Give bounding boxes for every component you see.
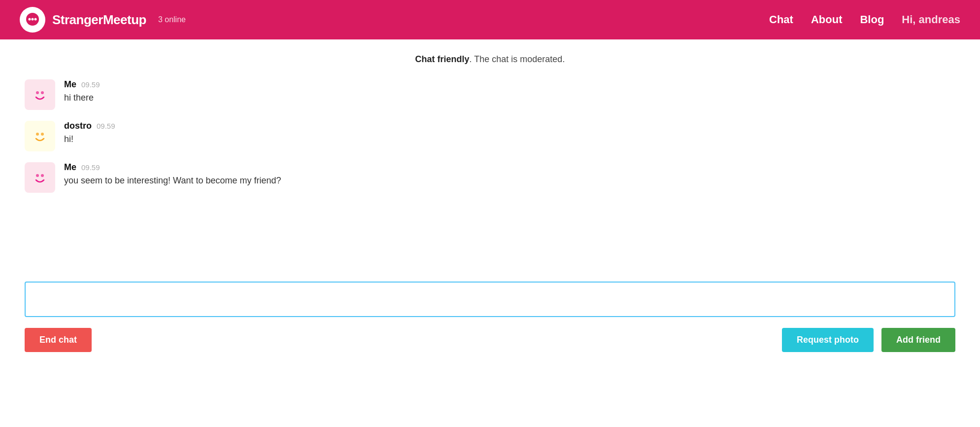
message-header: dostro 09.59 (64, 121, 115, 131)
svg-point-8 (36, 133, 39, 136)
message-text: hi there (64, 92, 100, 104)
nav-username: andreas (919, 13, 960, 26)
smiley-me-1-icon (30, 85, 50, 105)
button-row: End chat Request photo Add friend (25, 328, 955, 352)
main-nav: Chat About Blog Hi, andreas (769, 13, 960, 26)
message-header: Me 09.59 (64, 79, 100, 90)
svg-point-3 (34, 18, 37, 21)
chat-bubble-icon (25, 12, 40, 28)
request-photo-button[interactable]: Request photo (782, 328, 874, 352)
message-username: Me (64, 162, 76, 173)
svg-rect-10 (30, 168, 50, 187)
avatar (25, 121, 55, 151)
svg-point-9 (41, 133, 44, 136)
moderation-notice: Chat friendly. The chat is moderated. (25, 54, 955, 65)
add-friend-button[interactable]: Add friend (881, 328, 955, 352)
message-time: 09.59 (97, 122, 115, 130)
message-time: 09.59 (81, 80, 100, 89)
logo-text: StrangerMeetup (52, 12, 146, 28)
smiley-other-icon (30, 126, 50, 146)
nav-about[interactable]: About (811, 13, 843, 26)
moderation-bold: Chat friendly (415, 54, 470, 64)
svg-rect-4 (30, 85, 50, 105)
header: StrangerMeetup 3 online Chat About Blog … (0, 0, 980, 39)
end-chat-button[interactable]: End chat (25, 328, 92, 352)
message-content: Me 09.59 you seem to be interesting! Wan… (64, 162, 281, 187)
svg-point-12 (41, 174, 44, 177)
message-username: Me (64, 79, 76, 90)
nav-greeting: Hi, andreas (902, 13, 960, 26)
table-row: Me 09.59 you seem to be interesting! Wan… (25, 162, 955, 193)
message-time: 09.59 (81, 163, 100, 172)
svg-point-1 (29, 18, 31, 21)
logo-icon (20, 7, 45, 33)
logo-area: StrangerMeetup 3 online (20, 7, 769, 33)
table-row: Me 09.59 hi there (25, 79, 955, 110)
main-content: Chat friendly. The chat is moderated. Me… (0, 39, 980, 367)
right-buttons: Request photo Add friend (782, 328, 955, 352)
svg-point-2 (32, 18, 34, 21)
avatar (25, 79, 55, 110)
svg-point-6 (41, 91, 44, 94)
chat-input[interactable] (25, 282, 955, 317)
svg-point-5 (36, 91, 39, 94)
message-text: you seem to be interesting! Want to beco… (64, 175, 281, 187)
smiley-me-3-icon (30, 168, 50, 187)
message-username: dostro (64, 121, 92, 131)
message-content: Me 09.59 hi there (64, 79, 100, 104)
svg-rect-7 (30, 126, 50, 146)
input-area (25, 282, 955, 317)
chat-area: Me 09.59 hi there dostro 09.59 (25, 79, 955, 267)
online-count: 3 online (158, 15, 186, 24)
table-row: dostro 09.59 hi! (25, 121, 955, 151)
message-header: Me 09.59 (64, 162, 281, 173)
svg-point-11 (36, 174, 39, 177)
message-content: dostro 09.59 hi! (64, 121, 115, 145)
message-text: hi! (64, 133, 115, 145)
avatar (25, 162, 55, 193)
nav-chat[interactable]: Chat (769, 13, 793, 26)
nav-blog[interactable]: Blog (860, 13, 884, 26)
moderation-text: . The chat is moderated. (470, 54, 565, 64)
